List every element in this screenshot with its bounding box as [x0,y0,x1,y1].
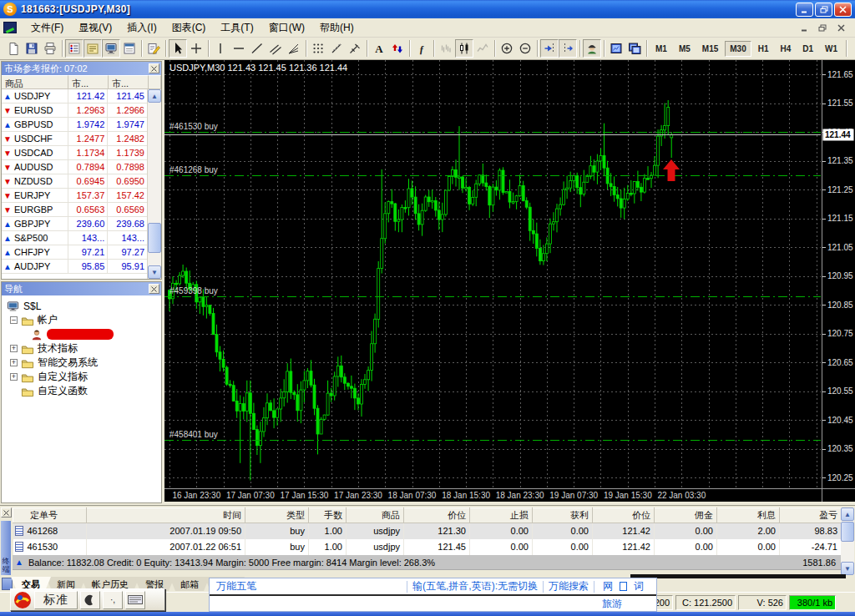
order-row[interactable]: 4612682007.01.19 09:50buy1.00usdjpy121.3… [13,523,842,539]
timeframe-d1[interactable]: D1 [797,41,818,57]
mdi-minimize-button[interactable] [797,22,812,34]
terminal-column-7[interactable]: 获利 [533,508,593,523]
timeframe-h1[interactable]: H1 [753,41,774,57]
market-watch-scrollbar[interactable]: ▲ ▼ [147,89,161,279]
menu-item-5[interactable]: 窗口(W) [261,18,312,38]
terminal-column-8[interactable]: 价位 [593,508,655,523]
expert-advisors-icon[interactable] [583,39,601,58]
ime-travel-link[interactable]: 旅游 [602,597,622,611]
ime-engine-name[interactable]: 万能五笔 [216,579,256,593]
market-watch-row[interactable]: ▼AUDUSD0.78940.7898 [2,160,148,174]
vertical-line-icon[interactable] [211,39,230,58]
ime-icon-网[interactable]: 网 [603,580,613,592]
scroll-up-icon[interactable]: ▲ [148,89,161,103]
horizontal-line-icon[interactable] [230,39,248,58]
nav-item-自定义函数[interactable]: 自定义函数 [5,384,161,398]
terminal-scrollbar[interactable]: ▲ ▼ [841,507,854,575]
chart-profiles-icon[interactable] [625,39,644,58]
minimize-button[interactable] [796,3,813,17]
market-watch-row[interactable]: ▲AUDJPY95.8595.91 [2,260,148,274]
grid-icon[interactable] [309,39,327,58]
column-ask[interactable]: 市... [109,75,149,89]
nav-item-自定义指标[interactable]: +自定义指标 [5,370,161,384]
candlestick-chart[interactable]: #461530 buy#461268 buy#459398 buy#458401… [164,60,855,502]
scroll-down-icon[interactable]: ▼ [841,562,854,575]
fibonacci-retracement-icon[interactable] [285,39,303,58]
mdi-restore-button[interactable] [815,22,830,34]
market-watch-row[interactable]: ▲GBPUSD1.97421.9747 [2,118,148,132]
terminal-column-10[interactable]: 利息 [717,508,780,523]
market-watch-row[interactable]: ▲GBPJPY239.60239.68 [2,217,148,231]
print-icon[interactable] [41,39,59,58]
terminal-column-0[interactable]: 定单号 [13,508,87,523]
terminal-side-strip[interactable]: 终端 [1,521,11,575]
expand-icon[interactable]: + [10,359,18,366]
scroll-down-icon[interactable]: ▼ [148,265,161,279]
market-watch-row[interactable]: ▼USDCAD1.17341.1739 [2,146,148,160]
navigator-titlebar[interactable]: 导航 [2,282,161,295]
ime-punctuation-icon[interactable]: ·, [103,591,123,609]
equidistant-channel-icon[interactable] [266,39,285,58]
menu-item-6[interactable]: 帮助(H) [312,18,362,38]
menu-item-2[interactable]: 插入(I) [119,18,164,38]
nav-item-S$L[interactable]: S$L [5,299,161,313]
ime-logo-icon[interactable] [13,591,32,609]
ime-halfmoon-icon[interactable] [80,591,100,609]
mdi-close-button[interactable] [833,22,848,34]
chart-area[interactable]: #461530 buy#461268 buy#459398 buy#458401… [164,60,855,502]
menu-item-1[interactable]: 显视(V) [71,18,119,38]
terminal-icon[interactable] [120,39,139,58]
terminal-column-3[interactable]: 手数 [309,508,347,523]
nav-item-智能交易系统[interactable]: +智能交易系统 [5,356,161,370]
market-watch-row[interactable]: ▼NZDUSD0.69450.6950 [2,174,148,189]
market-watch-row[interactable]: ▼EURJPY157.37157.42 [2,189,148,203]
ime-icons[interactable]: 网词 [600,579,647,593]
data-window-icon[interactable] [83,39,102,58]
menu-item-4[interactable]: 工具(T) [213,18,261,38]
andrews-pitchfork-icon[interactable] [346,39,364,58]
candlestick-chart-icon[interactable] [455,39,473,58]
new-chart-window-icon[interactable] [607,39,625,58]
arrow-objects-icon[interactable] [388,39,407,58]
nav-item-account[interactable] [5,327,161,341]
auto-scroll-icon[interactable] [540,39,559,58]
market-watch-close-icon[interactable] [149,63,159,73]
ime-mode-button[interactable]: 标准 [34,591,78,609]
scroll-up-icon[interactable]: ▲ [841,507,854,521]
market-watch-row[interactable]: ▼USDCHF1.24771.2482 [2,132,148,146]
fibonacci-fan-icon[interactable] [327,39,346,58]
nav-item-技术指标[interactable]: +技术指标 [5,341,161,356]
trendline-icon[interactable] [248,39,266,58]
restore-button[interactable] [815,3,832,17]
scroll-thumb[interactable] [841,522,854,542]
navigator-icon[interactable] [102,39,120,58]
terminal-column-11[interactable]: 盈亏 [780,508,842,523]
ime-search[interactable]: 万能搜索 [549,579,589,593]
timeframe-m1[interactable]: M1 [650,41,672,57]
tab-邮箱[interactable]: 邮箱 [169,577,210,591]
chart-shift-icon[interactable] [559,39,577,58]
navigator-close-icon[interactable] [149,284,159,294]
terminal-close-icon[interactable] [1,507,12,518]
timeframe-m30[interactable]: M30 [725,41,751,57]
menu-item-3[interactable]: 图表(C) [164,18,214,38]
market-watch-row[interactable]: ▼EURGBP0.65630.6569 [2,203,148,217]
zoom-in-icon[interactable] [498,39,516,58]
terminal-column-6[interactable]: 止损 [470,508,533,523]
market-watch-row[interactable]: ▼EURUSD1.29631.2966 [2,104,148,118]
terminal-column-5[interactable]: 价位 [404,508,470,523]
market-watch-titlebar[interactable]: 市场参考报价: 07:02 [2,62,161,75]
close-button[interactable] [834,3,852,17]
market-watch-row[interactable]: ▲USDJPY121.42121.45 [2,89,148,104]
windows-taskbar-edge[interactable] [0,612,855,616]
timeframe-w1[interactable]: W1 [820,41,842,57]
crosshair-icon[interactable] [187,39,205,58]
market-watch-row[interactable]: ▲S&P500143...143... [2,231,148,245]
menu-item-0[interactable]: 文件(F) [23,18,71,38]
column-symbol[interactable]: 商品 [2,75,68,89]
zoom-out-icon[interactable] [516,39,534,58]
save-icon[interactable] [23,39,41,58]
ime-icon-词[interactable]: 词 [634,580,644,592]
indicators-icon[interactable]: ƒ [412,39,431,58]
timeframe-h4[interactable]: H4 [776,41,797,57]
